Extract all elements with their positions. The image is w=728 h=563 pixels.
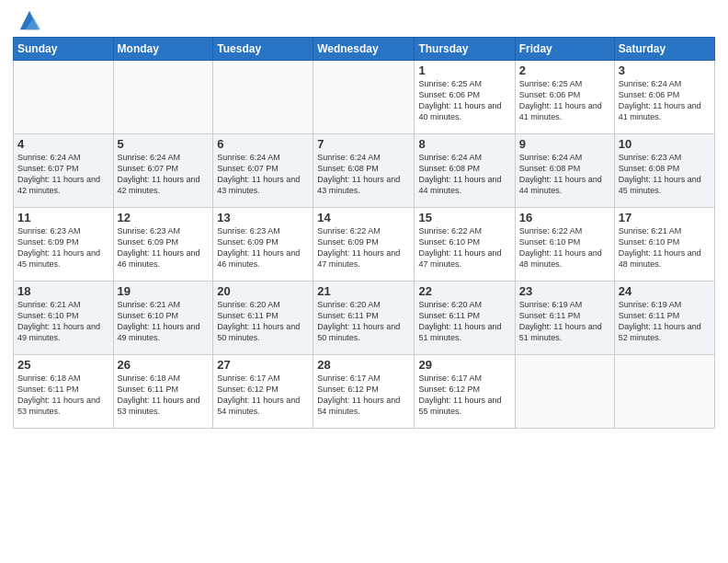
calendar-cell: 29Sunrise: 6:17 AM Sunset: 6:12 PM Dayli… [415,355,515,429]
day-number: 22 [418,284,510,298]
day-number: 10 [619,137,711,151]
day-info: Sunrise: 6:23 AM Sunset: 6:08 PM Dayligh… [619,152,711,197]
day-info: Sunrise: 6:23 AM Sunset: 6:09 PM Dayligh… [217,225,309,270]
calendar-cell: 17Sunrise: 6:21 AM Sunset: 6:10 PM Dayli… [614,208,714,282]
day-number: 24 [619,284,711,298]
day-number: 14 [317,211,410,224]
day-info: Sunrise: 6:17 AM Sunset: 6:12 PM Dayligh… [217,373,309,418]
weekday-header-saturday: Saturday [614,38,714,61]
day-number: 26 [118,358,210,372]
day-info: Sunrise: 6:24 AM Sunset: 6:07 PM Dayligh… [17,152,109,197]
weekday-header-sunday: Sunday [14,38,114,61]
day-number: 27 [217,358,309,372]
day-info: Sunrise: 6:24 AM Sunset: 6:08 PM Dayligh… [519,152,610,197]
calendar-cell [113,61,213,134]
calendar-cell: 16Sunrise: 6:22 AM Sunset: 6:10 PM Dayli… [515,208,614,282]
day-number: 3 [619,63,711,77]
calendar-week-row: 11Sunrise: 6:23 AM Sunset: 6:09 PM Dayli… [14,208,715,282]
calendar-week-row: 25Sunrise: 6:18 AM Sunset: 6:11 PM Dayli… [14,355,715,429]
calendar-table: SundayMondayTuesdayWednesdayThursdayFrid… [13,37,715,429]
calendar-cell: 3Sunrise: 6:24 AM Sunset: 6:06 PM Daylig… [614,61,714,134]
day-number: 9 [519,137,610,151]
calendar-cell [313,61,415,134]
day-number: 13 [217,211,309,224]
calendar-cell: 15Sunrise: 6:22 AM Sunset: 6:10 PM Dayli… [415,208,515,282]
calendar-cell: 21Sunrise: 6:20 AM Sunset: 6:11 PM Dayli… [313,282,415,355]
header [13,9,715,33]
calendar-cell: 6Sunrise: 6:24 AM Sunset: 6:07 PM Daylig… [213,134,313,208]
calendar-cell: 26Sunrise: 6:18 AM Sunset: 6:11 PM Dayli… [113,355,213,429]
day-info: Sunrise: 6:22 AM Sunset: 6:09 PM Dayligh… [317,225,410,270]
day-info: Sunrise: 6:18 AM Sunset: 6:11 PM Dayligh… [17,373,109,418]
day-info: Sunrise: 6:24 AM Sunset: 6:08 PM Dayligh… [317,152,410,197]
day-number: 6 [217,137,309,151]
day-number: 11 [17,211,109,224]
day-number: 1 [418,63,510,77]
day-info: Sunrise: 6:24 AM Sunset: 6:06 PM Dayligh… [619,78,711,123]
calendar-cell [515,355,614,429]
calendar-cell: 11Sunrise: 6:23 AM Sunset: 6:09 PM Dayli… [14,208,114,282]
day-info: Sunrise: 6:25 AM Sunset: 6:06 PM Dayligh… [418,78,510,123]
calendar-cell: 18Sunrise: 6:21 AM Sunset: 6:10 PM Dayli… [14,282,114,355]
day-number: 20 [217,284,309,298]
calendar-week-row: 18Sunrise: 6:21 AM Sunset: 6:10 PM Dayli… [14,282,715,355]
logo-area [13,13,42,33]
day-number: 17 [619,211,711,224]
day-info: Sunrise: 6:19 AM Sunset: 6:11 PM Dayligh… [619,299,711,344]
day-info: Sunrise: 6:17 AM Sunset: 6:12 PM Dayligh… [418,373,510,418]
day-info: Sunrise: 6:22 AM Sunset: 6:10 PM Dayligh… [418,225,510,270]
calendar-cell: 24Sunrise: 6:19 AM Sunset: 6:11 PM Dayli… [614,282,714,355]
day-number: 16 [519,211,610,224]
day-number: 2 [519,63,610,77]
day-number: 18 [17,284,109,298]
day-number: 15 [418,211,510,224]
day-number: 28 [317,358,410,372]
day-info: Sunrise: 6:22 AM Sunset: 6:10 PM Dayligh… [519,225,610,270]
day-number: 12 [118,211,210,224]
calendar-cell: 25Sunrise: 6:18 AM Sunset: 6:11 PM Dayli… [14,355,114,429]
weekday-header-row: SundayMondayTuesdayWednesdayThursdayFrid… [14,38,715,61]
day-info: Sunrise: 6:24 AM Sunset: 6:07 PM Dayligh… [118,152,210,197]
day-number: 4 [17,137,109,151]
calendar-cell: 20Sunrise: 6:20 AM Sunset: 6:11 PM Dayli… [213,282,313,355]
weekday-header-friday: Friday [515,38,614,61]
calendar-week-row: 4Sunrise: 6:24 AM Sunset: 6:07 PM Daylig… [14,134,715,208]
calendar-cell: 19Sunrise: 6:21 AM Sunset: 6:10 PM Dayli… [113,282,213,355]
calendar-cell: 5Sunrise: 6:24 AM Sunset: 6:07 PM Daylig… [113,134,213,208]
day-info: Sunrise: 6:21 AM Sunset: 6:10 PM Dayligh… [619,225,711,270]
weekday-header-monday: Monday [113,38,213,61]
calendar-cell [213,61,313,134]
calendar-cell: 9Sunrise: 6:24 AM Sunset: 6:08 PM Daylig… [515,134,614,208]
day-info: Sunrise: 6:24 AM Sunset: 6:07 PM Dayligh… [217,152,309,197]
calendar-cell: 8Sunrise: 6:24 AM Sunset: 6:08 PM Daylig… [415,134,515,208]
weekday-header-thursday: Thursday [415,38,515,61]
day-info: Sunrise: 6:17 AM Sunset: 6:12 PM Dayligh… [317,373,410,418]
calendar-cell: 4Sunrise: 6:24 AM Sunset: 6:07 PM Daylig… [14,134,114,208]
day-number: 5 [118,137,210,151]
day-info: Sunrise: 6:21 AM Sunset: 6:10 PM Dayligh… [17,299,109,344]
weekday-header-tuesday: Tuesday [213,38,313,61]
day-info: Sunrise: 6:20 AM Sunset: 6:11 PM Dayligh… [217,299,309,344]
day-number: 19 [118,284,210,298]
day-info: Sunrise: 6:20 AM Sunset: 6:11 PM Dayligh… [418,299,510,344]
day-info: Sunrise: 6:24 AM Sunset: 6:08 PM Dayligh… [418,152,510,197]
weekday-header-wednesday: Wednesday [313,38,415,61]
day-number: 23 [519,284,610,298]
calendar-cell: 10Sunrise: 6:23 AM Sunset: 6:08 PM Dayli… [614,134,714,208]
logo-icon [17,7,42,33]
day-info: Sunrise: 6:20 AM Sunset: 6:11 PM Dayligh… [317,299,410,344]
calendar-cell: 28Sunrise: 6:17 AM Sunset: 6:12 PM Dayli… [313,355,415,429]
calendar-cell: 7Sunrise: 6:24 AM Sunset: 6:08 PM Daylig… [313,134,415,208]
calendar-cell: 1Sunrise: 6:25 AM Sunset: 6:06 PM Daylig… [415,61,515,134]
calendar-cell: 23Sunrise: 6:19 AM Sunset: 6:11 PM Dayli… [515,282,614,355]
calendar-cell: 22Sunrise: 6:20 AM Sunset: 6:11 PM Dayli… [415,282,515,355]
calendar-week-row: 1Sunrise: 6:25 AM Sunset: 6:06 PM Daylig… [14,61,715,134]
day-info: Sunrise: 6:23 AM Sunset: 6:09 PM Dayligh… [118,225,210,270]
calendar-cell: 14Sunrise: 6:22 AM Sunset: 6:09 PM Dayli… [313,208,415,282]
day-number: 21 [317,284,410,298]
day-number: 7 [317,137,410,151]
calendar-cell [614,355,714,429]
day-info: Sunrise: 6:21 AM Sunset: 6:10 PM Dayligh… [118,299,210,344]
calendar-cell: 13Sunrise: 6:23 AM Sunset: 6:09 PM Dayli… [213,208,313,282]
day-number: 25 [17,358,109,372]
